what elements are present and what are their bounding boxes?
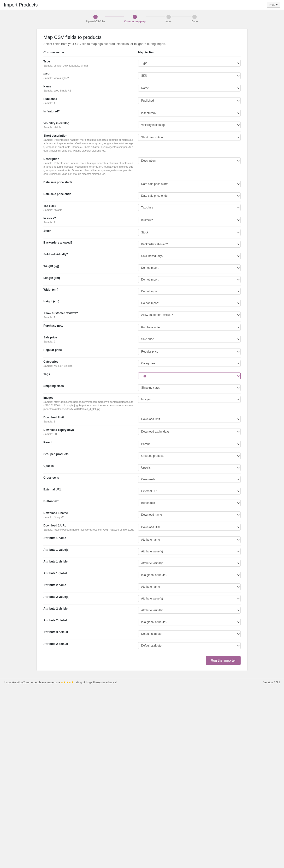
col-map: Do not importTypeSKUNamePublishedIs feat… [138,512,241,518]
mapping-row: TagsDo not importTypeSKUNamePublishedIs … [43,370,241,382]
mapping-row: Allow customer reviews?Sample: 1Do not i… [43,309,241,321]
field-mapping-select[interactable]: Do not importTypeSKUNamePublishedIs feat… [138,229,241,236]
col-map: Do not importTypeSKUNamePublishedIs feat… [138,85,241,92]
field-mapping-select[interactable]: Do not importTypeSKUNamePublishedIs feat… [138,181,241,187]
field-mapping-select[interactable]: Do not importTypeSKUNamePublishedIs feat… [138,583,241,590]
col-map: Do not importTypeSKUNamePublishedIs feat… [138,607,241,614]
field-mapping-select[interactable]: Do not importTypeSKUNamePublishedIs feat… [138,97,241,104]
col-map: Do not importTypeSKUNamePublishedIs feat… [138,157,241,164]
field-mapping-select[interactable]: Do not importTypeSKUNamePublishedIs feat… [138,441,241,447]
step-1: Upload CSV file [86,14,105,23]
step-3: Import [165,14,172,23]
field-mapping-select[interactable]: Do not importTypeSKUNamePublishedIs feat… [138,276,241,283]
col-map: Do not importTypeSKUNamePublishedIs feat… [138,524,241,531]
field-mapping-select[interactable]: Do not importTypeSKUNamePublishedIs feat… [138,265,241,271]
field-mapping-select[interactable]: Do not importTypeSKUNamePublishedIs feat… [138,524,241,531]
field-mapping-select[interactable]: Do not importTypeSKUNamePublishedIs feat… [138,336,241,342]
field-sample: Sample: Woo Single #2 [43,89,71,92]
field-mapping-select[interactable]: Do not importTypeSKUNamePublishedIs feat… [138,72,241,79]
field-mapping-select[interactable]: Do not importTypeSKUNamePublishedIs feat… [138,324,241,331]
field-mapping-select[interactable]: Do not importTypeSKUNamePublishedIs feat… [138,204,241,211]
field-mapping-select[interactable]: Do not importTypeSKUNamePublishedIs feat… [138,122,241,128]
admin-header: Import Products Help ▾ [0,0,284,10]
field-name: SKU [43,72,134,76]
field-mapping-select[interactable]: Do not importTypeSKUNamePublishedIs feat… [138,110,241,117]
field-mapping-select[interactable]: Do not importTypeSKUNamePublishedIs feat… [138,512,241,518]
mapping-row: Length (cm)Do not importTypeSKUNamePubli… [43,274,241,285]
mapping-row: Download 1 URLSample: https://woocommerc… [43,521,241,534]
col-map: Do not importTypeSKUNamePublishedIs feat… [138,642,241,649]
field-mapping-select[interactable]: Do not importTypeSKUNamePublishedIs feat… [138,360,241,367]
step-4-label: Done [191,20,198,23]
field-mapping-select[interactable]: Do not importTypeSKUNamePublishedIs feat… [138,384,241,391]
field-mapping-select[interactable]: Do not importTypeSKUNamePublishedIs feat… [138,288,241,295]
field-mapping-select[interactable]: Do not importTypeSKUNamePublishedIs feat… [138,595,241,602]
field-name: Button text [43,500,134,503]
field-mapping-select[interactable]: Do not importTypeSKUNamePublishedIs feat… [138,630,241,637]
col-map: Do not importTypeSKUNamePublishedIs feat… [138,453,241,459]
field-mapping-select[interactable]: Do not importTypeSKUNamePublishedIs feat… [138,217,241,223]
field-sample: Sample: visible [43,126,61,129]
mapping-row: Attribute 1 nameDo not importTypeSKUName… [43,534,241,546]
col-map: Do not importTypeSKUNamePublishedIs feat… [138,630,241,637]
col-name: Sold individually? [43,253,138,256]
field-mapping-select[interactable]: Do not importTypeSKUNamePublishedIs feat… [138,476,241,483]
field-mapping-select[interactable]: Do not importTypeSKUNamePublishedIs feat… [138,571,241,578]
col-map: Do not importTypeSKUNamePublishedIs feat… [138,60,241,66]
help-button[interactable]: Help ▾ [267,2,280,8]
mapping-row: Attribute 2 globalDo not importTypeSKUNa… [43,616,241,628]
field-name: Regular price [43,348,134,352]
mapping-row: Download expiry daysSample: 90Do not imp… [43,426,241,438]
col-map: Do not importTypeSKUNamePublishedIs feat… [138,324,241,331]
mapping-row: Attribute 2 nameDo not importTypeSKUName… [43,581,241,593]
field-name: Attribute 2 global [43,619,134,622]
field-mapping-select[interactable]: Do not importTypeSKUNamePublishedIs feat… [138,488,241,495]
field-mapping-select[interactable]: Do not importTypeSKUNamePublishedIs feat… [138,85,241,92]
col-map: Do not importTypeSKUNamePublishedIs feat… [138,204,241,211]
field-name: Attribute 2 default [43,642,134,646]
col-name: Date sale price starts [43,181,138,184]
field-mapping-select[interactable]: Do not importTypeSKUNamePublishedIs feat… [138,241,241,248]
col-name-header: Column name [43,51,138,54]
mapping-row: Visibility in catalogSample: visibleDo n… [43,119,241,132]
mapping-row: Download 1 nameSample: Song #2Do not imp… [43,509,241,521]
col-map: Do not importTypeSKUNamePublishedIs feat… [138,181,241,187]
field-mapping-select[interactable]: Do not importTypeSKUNamePublishedIs feat… [138,607,241,614]
field-name: Published [43,97,134,101]
mapping-row: Weight (kg)Do not importTypeSKUNamePubli… [43,262,241,274]
field-mapping-select[interactable]: Do not importTypeSKUNamePublishedIs feat… [138,192,241,199]
mapping-row: Tax classSample: taxableDo not importTyp… [43,202,241,214]
mapping-row: StockDo not importTypeSKUNamePublishedIs… [43,227,241,239]
field-mapping-select[interactable]: Do not importTypeSKUNamePublishedIs feat… [138,560,241,566]
field-mapping-select[interactable]: Do not importTypeSKUNamePublishedIs feat… [138,311,241,318]
field-mapping-select[interactable]: Do not importTypeSKUNamePublishedIs feat… [138,464,241,471]
field-mapping-select[interactable]: Do not importTypeSKUNamePublishedIs feat… [138,60,241,66]
field-mapping-select[interactable]: Do not importTypeSKUNamePublishedIs feat… [138,253,241,259]
field-mapping-select[interactable]: Do not importTypeSKUNamePublishedIs feat… [138,300,241,307]
col-map: Do not importTypeSKUNamePublishedIs feat… [138,373,241,379]
field-mapping-select[interactable]: Do not importTypeSKUNamePublishedIs feat… [138,642,241,649]
field-name: Tax class [43,204,134,208]
field-mapping-select[interactable]: Do not importTypeSKUNamePublishedIs feat… [138,157,241,164]
field-mapping-select[interactable]: Do not importTypeSKUNamePublishedIs feat… [138,396,241,403]
run-importer-button[interactable]: Run the importer [206,656,241,665]
field-mapping-select[interactable]: Do not importTypeSKUNamePublishedIs feat… [138,500,241,506]
field-mapping-select[interactable]: Do not importTypeSKUNamePublishedIs feat… [138,373,241,379]
col-name: Attribute 3 default [43,630,138,634]
footer-bar: If you like WooCommerce please leave us … [0,678,284,686]
col-name: PublishedSample: 1 [43,97,138,105]
field-mapping-select[interactable]: Do not importTypeSKUNamePublishedIs feat… [138,453,241,459]
field-mapping-select[interactable]: Do not importTypeSKUNamePublishedIs feat… [138,134,241,141]
field-mapping-select[interactable]: Do not importTypeSKUNamePublishedIs feat… [138,348,241,355]
field-mapping-select[interactable]: Do not importTypeSKUNamePublishedIs feat… [138,619,241,625]
field-mapping-select[interactable]: Do not importTypeSKUNamePublishedIs feat… [138,416,241,423]
field-name: Shipping class [43,384,134,388]
field-mapping-select[interactable]: Do not importTypeSKUNamePublishedIs feat… [138,548,241,555]
field-mapping-select[interactable]: Do not importTypeSKUNamePublishedIs feat… [138,428,241,435]
col-map: Do not importTypeSKUNamePublishedIs feat… [138,560,241,566]
col-map: Do not importTypeSKUNamePublishedIs feat… [138,288,241,295]
step-2-dot [133,14,137,19]
field-mapping-select[interactable]: Do not importTypeSKUNamePublishedIs feat… [138,536,241,543]
field-name: Name [43,85,134,88]
col-map: Do not importTypeSKUNamePublishedIs feat… [138,500,241,506]
